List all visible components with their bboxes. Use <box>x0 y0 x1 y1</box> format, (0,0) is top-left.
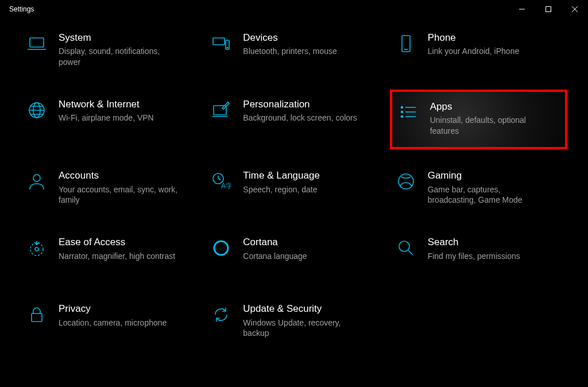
xbox-icon <box>394 170 417 193</box>
category-title: Cortana <box>243 237 378 248</box>
category-title: Personalization <box>243 99 378 110</box>
devices-icon <box>210 32 233 55</box>
category-sub: Display, sound, notifications, power <box>59 46 179 68</box>
category-title: Search <box>428 237 563 248</box>
svg-rect-22 <box>401 115 403 118</box>
category-time-language[interactable]: A字 Time & Language Speech, region, date <box>207 165 380 211</box>
category-cortana[interactable]: Cortana Cortana language <box>207 232 380 278</box>
apps-list-icon <box>397 101 420 124</box>
svg-line-34 <box>408 250 413 255</box>
svg-point-32 <box>214 241 228 255</box>
svg-point-31 <box>35 247 38 251</box>
category-sub: Narrator, magnifier, high contrast <box>59 251 179 262</box>
titlebar: Settings <box>0 0 588 18</box>
update-icon <box>210 303 233 326</box>
category-ease-of-access[interactable]: Ease of Access Narrator, magnifier, high… <box>23 232 196 278</box>
settings-grid: System Display, sound, notifications, po… <box>23 28 565 345</box>
category-title: Apps <box>430 101 560 113</box>
category-sub: Windows Update, recovery, backup <box>243 318 363 339</box>
category-accounts[interactable]: Accounts Your accounts, email, sync, wor… <box>23 165 196 211</box>
category-sub: Wi-Fi, airplane mode, VPN <box>59 113 179 123</box>
category-devices[interactable]: Devices Bluetooth, printers, mouse <box>207 28 380 73</box>
globe-icon <box>25 99 48 122</box>
maximize-button[interactable] <box>535 0 562 18</box>
category-title: Accounts <box>59 170 194 181</box>
category-system[interactable]: System Display, sound, notifications, po… <box>23 28 196 73</box>
category-title: Devices <box>243 32 378 44</box>
lock-icon <box>25 303 48 326</box>
category-title: Network & Internet <box>59 99 194 110</box>
category-sub: Cortana language <box>243 251 363 262</box>
paint-icon <box>210 99 233 122</box>
svg-rect-35 <box>32 314 42 322</box>
category-network[interactable]: Network & Internet Wi-Fi, airplane mode,… <box>23 94 196 145</box>
close-button[interactable] <box>562 0 588 18</box>
category-sub: Game bar, captures, broadcasting, Game M… <box>428 184 548 206</box>
category-sub: Background, lock screen, colors <box>243 113 363 123</box>
minimize-button[interactable] <box>509 0 535 18</box>
category-title: System <box>59 32 194 44</box>
ease-of-access-icon <box>25 237 48 260</box>
svg-text:A字: A字 <box>221 182 231 190</box>
window-controls <box>509 0 588 18</box>
cortana-icon <box>210 237 233 260</box>
category-sub: Link your Android, iPhone <box>428 46 548 57</box>
category-personalization[interactable]: Personalization Background, lock screen,… <box>207 94 380 145</box>
category-sub: Find my files, permissions <box>428 251 548 262</box>
laptop-icon <box>25 32 48 55</box>
category-sub: Speech, region, date <box>243 184 363 195</box>
category-sub: Your accounts, email, sync, work, family <box>59 184 179 206</box>
category-phone[interactable]: Phone Link your Android, iPhone <box>392 28 565 73</box>
phone-icon <box>394 32 417 55</box>
category-title: Update & Security <box>243 303 378 315</box>
category-title: Gaming <box>428 170 563 181</box>
category-sub: Location, camera, microphone <box>59 318 179 328</box>
svg-rect-18 <box>401 106 403 109</box>
search-icon <box>394 237 417 260</box>
time-language-icon: A字 <box>210 170 233 193</box>
category-sub: Bluetooth, printers, mouse <box>243 46 363 57</box>
category-title: Ease of Access <box>59 237 194 248</box>
category-search[interactable]: Search Find my files, permissions <box>392 232 565 278</box>
window-title: Settings <box>9 5 34 13</box>
person-icon <box>25 170 48 193</box>
svg-rect-4 <box>30 38 44 47</box>
svg-rect-6 <box>213 38 225 45</box>
svg-rect-20 <box>401 111 403 113</box>
category-sub: Uninstall, defaults, optional features <box>430 115 551 137</box>
svg-point-33 <box>399 241 409 251</box>
svg-point-29 <box>399 174 413 189</box>
category-update-security[interactable]: Update & Security Windows Update, recove… <box>207 299 380 345</box>
svg-line-27 <box>218 179 220 180</box>
category-gaming[interactable]: Gaming Game bar, captures, broadcasting,… <box>392 165 565 211</box>
svg-point-8 <box>227 47 229 48</box>
category-title: Privacy <box>59 303 194 315</box>
category-privacy[interactable]: Privacy Location, camera, microphone <box>23 299 196 345</box>
svg-rect-16 <box>214 106 226 115</box>
svg-point-24 <box>33 175 40 181</box>
category-title: Time & Language <box>243 170 378 181</box>
svg-rect-1 <box>546 7 551 12</box>
category-apps[interactable]: Apps Uninstall, defaults, optional featu… <box>390 90 567 149</box>
category-title: Phone <box>428 32 563 44</box>
